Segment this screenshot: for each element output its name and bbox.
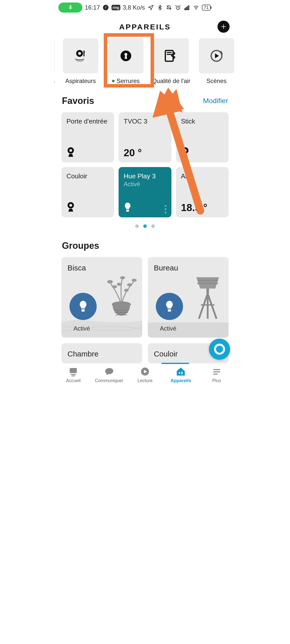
svg-rect-9 [84, 51, 85, 56]
nav-accueil[interactable]: Accueil [55, 367, 91, 383]
groups-grid: Bisca Activé Bureau [54, 253, 236, 363]
plus-icon [220, 23, 227, 30]
nav-appareils[interactable]: Appareils [163, 367, 199, 383]
svg-point-40 [205, 327, 206, 328]
favorites-edit-button[interactable]: Modifier [203, 97, 228, 105]
svg-rect-51 [182, 372, 183, 375]
app-header: APPAREILS [54, 14, 236, 36]
svg-rect-10 [84, 52, 85, 53]
favorite-name: Stick [181, 118, 224, 125]
status-dot-icon [112, 80, 115, 82]
category-scenes[interactable]: Scènes [197, 38, 236, 85]
favorite-card-tvoc3[interactable]: TVOC 3 20 ° [119, 112, 171, 163]
group-state: Activé [160, 325, 176, 332]
page-dot-icon[interactable] [143, 224, 147, 228]
category-aspirateurs[interactable]: Aspirateurs [61, 38, 100, 85]
nav-communiquer[interactable]: Communiquer [91, 367, 127, 383]
group-toggle-button[interactable] [156, 293, 183, 320]
favorite-card-couloir[interactable]: Couloir [61, 167, 114, 217]
favorite-name: TVOC 3 [124, 118, 166, 125]
nav-label: Communiquer [95, 378, 123, 383]
status-data-rate: 3,8 Ko/s [123, 4, 145, 11]
plant-illustration-icon [102, 275, 140, 323]
group-name: Bisca [67, 264, 136, 272]
page-dot-icon[interactable] [151, 224, 155, 228]
nav-plus[interactable]: Plus [199, 367, 235, 383]
category-thermostats[interactable]: stats [54, 38, 55, 85]
group-card-chambre[interactable]: Chambre [61, 343, 142, 363]
favorite-card-stick[interactable]: Stick [176, 112, 229, 163]
category-label: stats [54, 77, 55, 85]
svg-rect-43 [197, 283, 218, 284]
svg-rect-44 [206, 289, 209, 294]
page-dot-icon[interactable] [135, 224, 139, 228]
cellular-signal-icon [184, 4, 190, 11]
microphone-icon [68, 5, 73, 10]
nav-label: Plus [212, 378, 221, 383]
favorites-heading: Favoris [62, 96, 94, 106]
favorite-card-porte-entree[interactable]: Porte d'entrée [61, 112, 114, 163]
svg-rect-52 [213, 369, 220, 370]
vacuum-icon [73, 48, 88, 64]
category-serrures[interactable]: Serrures [106, 38, 146, 85]
svg-point-22 [184, 149, 187, 152]
groups-heading: Groupes [62, 240, 99, 251]
group-name: Bureau [154, 264, 223, 272]
bluetooth-icon [157, 4, 163, 11]
add-device-button[interactable] [218, 21, 230, 33]
favorite-name: Couloir [66, 173, 109, 180]
lamp-illustration-icon [189, 275, 227, 323]
favorites-page-indicator[interactable] [54, 217, 236, 230]
camera-icon [66, 202, 75, 213]
svg-point-27 [112, 285, 117, 288]
favorite-card-hue-play-3[interactable]: Hue Play 3 Activé [119, 167, 171, 217]
svg-point-20 [69, 149, 72, 152]
nav-lecture[interactable]: Lecture [127, 367, 163, 383]
category-label: Serrures [112, 77, 140, 85]
favorite-value: 18.5 ° [181, 202, 224, 213]
favorites-grid: Porte d'entrée TVOC 3 20 ° Stick Couloir… [54, 108, 236, 217]
wifi-icon [193, 4, 199, 11]
svg-rect-45 [168, 309, 171, 312]
camera-icon [181, 147, 190, 158]
group-toggle-button[interactable] [69, 293, 97, 320]
favorite-state: Activé [124, 181, 166, 188]
svg-rect-54 [213, 374, 218, 375]
svg-point-50 [179, 372, 180, 374]
lock-icon [118, 48, 134, 64]
bulb-icon [78, 300, 88, 312]
svg-rect-34 [82, 309, 85, 312]
category-air-quality[interactable]: Qualité de l'air [152, 38, 191, 85]
device-category-strip[interactable]: stats Aspirateurs Serrures Qualité de l'… [54, 36, 236, 87]
mic-active-pill[interactable] [58, 3, 82, 13]
page-title: APPAREILS [119, 23, 171, 31]
svg-rect-46 [70, 368, 77, 373]
category-label: Scènes [206, 77, 227, 85]
nav-label: Accueil [66, 378, 81, 383]
bulb-icon [124, 202, 132, 213]
battery-level: 71 [202, 5, 211, 11]
home-icon [68, 367, 78, 377]
device-category-strip-wrapper: stats Aspirateurs Serrures Qualité de l'… [54, 36, 236, 87]
nav-label: Lecture [137, 378, 153, 383]
favorite-name: Hue Play 3 [124, 173, 166, 180]
alexa-voice-button[interactable] [209, 339, 230, 360]
play-icon [140, 367, 150, 377]
alarm-icon [175, 4, 181, 11]
svg-point-36 [152, 327, 153, 328]
menu-icon [212, 367, 222, 377]
svg-rect-42 [197, 280, 218, 281]
svg-rect-25 [126, 210, 129, 212]
svg-point-29 [117, 283, 121, 286]
favorite-card-air[interactable]: Air 18.5 ° [176, 167, 229, 217]
group-card-bureau[interactable]: Bureau Activé [148, 257, 229, 338]
favorite-value: 20 ° [124, 147, 166, 158]
chat-icon [104, 367, 114, 377]
more-options-icon[interactable] [165, 205, 166, 213]
groups-header: Groupes [54, 230, 236, 253]
svg-point-39 [190, 329, 191, 330]
category-label: Qualité de l'air [152, 77, 191, 85]
group-name: Chambre [67, 350, 136, 358]
group-card-bisca[interactable]: Bisca Activé [61, 257, 142, 338]
status-time: 16:17 [85, 4, 100, 11]
